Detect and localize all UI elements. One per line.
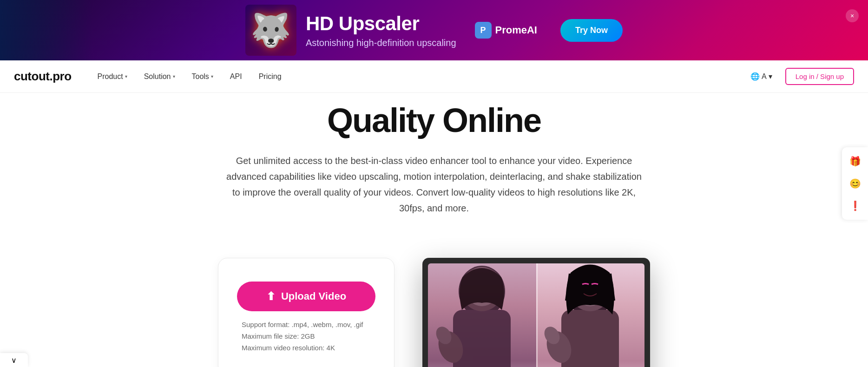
nav-label-solution: Solution — [144, 72, 171, 81]
upload-icon: ⬆ — [266, 290, 276, 303]
upload-preview-section: ⬆ Upload Video Support format: .mp4, .we… — [19, 258, 849, 367]
chevron-down-icon-translate: ▾ — [769, 72, 772, 81]
chevron-down-icon: ∨ — [11, 356, 17, 365]
logo[interactable]: cutout.pro — [14, 69, 72, 84]
translate-icon: 🌐 — [750, 72, 760, 81]
upload-card: ⬆ Upload Video Support format: .mp4, .we… — [218, 258, 395, 367]
close-icon: × — [850, 12, 854, 20]
chevron-down-icon-solution: ▾ — [173, 74, 175, 79]
upload-format-text: Support format: .mp4, .webm, .mov, .gif — [242, 321, 363, 328]
ad-banner: HD Upscaler Astonishing high-definition … — [0, 0, 868, 60]
ad-content: HD Upscaler Astonishing high-definition … — [245, 5, 623, 56]
translate-button[interactable]: 🌐 A ▾ — [745, 69, 778, 84]
nav-right: 🌐 A ▾ Log in / Sign up — [745, 68, 854, 85]
nav-label-product: Product — [98, 72, 123, 81]
nav-item-api[interactable]: API — [223, 69, 250, 85]
chevron-down-icon-product: ▾ — [125, 74, 127, 79]
video-after — [536, 263, 644, 367]
video-before — [428, 263, 536, 367]
ad-subtitle: Astonishing high-definition upscaling — [306, 38, 456, 48]
side-panel: 🎁 😊 ❗ — [842, 147, 868, 220]
ad-title: HD Upscaler — [306, 13, 456, 35]
hero-description: Get unlimited access to the best-in-clas… — [225, 153, 643, 216]
upload-size-text: Maximum file size: 2GB — [242, 332, 315, 340]
hero-section: Quality Online Get unlimited access to t… — [19, 93, 849, 258]
video-divider — [536, 263, 538, 367]
ad-close-button[interactable]: × — [846, 9, 859, 22]
alert-icon[interactable]: ❗ — [846, 197, 864, 215]
gift-icon[interactable]: 🎁 — [846, 152, 864, 170]
ad-text-block: HD Upscaler Astonishing high-definition … — [306, 13, 456, 48]
laptop-screen — [428, 263, 644, 367]
svg-rect-1 — [453, 310, 511, 367]
nav-label-api: API — [230, 72, 242, 81]
ad-brand: P PromeAI — [475, 22, 537, 39]
promeai-label: PromeAI — [495, 24, 537, 36]
bottom-collapse-button[interactable]: ∨ — [0, 353, 28, 367]
translate-label: A — [762, 72, 767, 81]
navbar: cutout.pro Product ▾ Solution ▾ Tools ▾ … — [0, 60, 868, 93]
upload-info: Support format: .mp4, .webm, .mov, .gif … — [237, 321, 375, 352]
nav-item-product[interactable]: Product ▾ — [90, 69, 135, 85]
chevron-down-icon-tools: ▾ — [211, 74, 213, 79]
login-button[interactable]: Log in / Sign up — [785, 68, 854, 85]
nav-item-solution[interactable]: Solution ▾ — [137, 69, 183, 85]
nav-item-pricing[interactable]: Pricing — [251, 69, 289, 85]
promeai-icon: P — [475, 22, 492, 39]
video-preview-frame — [422, 258, 650, 367]
nav-links: Product ▾ Solution ▾ Tools ▾ API Pricing — [90, 69, 745, 85]
nav-label-pricing: Pricing — [259, 72, 282, 81]
nav-label-tools: Tools — [192, 72, 209, 81]
upload-resolution-text: Maximum video resolution: 4K — [242, 344, 335, 352]
video-screen — [428, 263, 644, 367]
main-content: Quality Online Get unlimited access to t… — [0, 93, 868, 367]
ad-wolf-image — [245, 5, 296, 56]
hero-title: Quality Online — [19, 102, 849, 139]
upload-button-label: Upload Video — [281, 290, 346, 302]
face-icon[interactable]: 😊 — [846, 174, 864, 193]
svg-rect-7 — [561, 310, 619, 367]
try-now-button[interactable]: Try Now — [560, 19, 623, 42]
nav-item-tools[interactable]: Tools ▾ — [184, 69, 221, 85]
upload-video-button[interactable]: ⬆ Upload Video — [237, 282, 375, 311]
